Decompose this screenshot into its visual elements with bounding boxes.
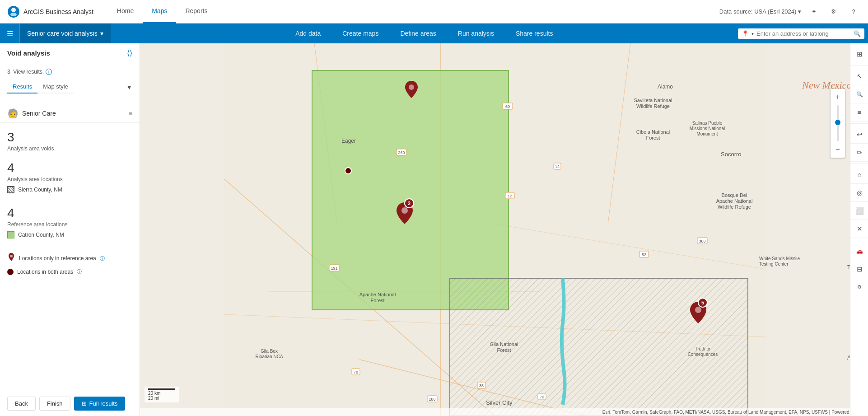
smart-mapping-icon[interactable]: ✦ [807, 5, 821, 19]
svg-text:Savilleta National: Savilleta National [634, 98, 672, 103]
svg-text:Riparian NCA: Riparian NCA [255, 354, 283, 359]
nav-maps[interactable]: Maps [143, 0, 176, 23]
zoom-tool-button[interactable]: 🔍 [850, 85, 868, 103]
svg-text:Missions National: Missions National [690, 126, 725, 131]
address-search-box[interactable]: 📍 ▾ 🔍 [738, 28, 864, 39]
analysis-title-button[interactable]: Senior care void analysis ▾ [20, 23, 111, 43]
panel-title: Void analysis [7, 49, 50, 57]
hamburger-menu-button[interactable]: ☰ [0, 23, 20, 43]
svg-text:Forest: Forest [370, 298, 384, 303]
panel-step-section: 3. View results. i Results Map style ▼ [0, 63, 140, 104]
reference-info-icon[interactable]: ⓘ [100, 255, 105, 262]
analysis-locations-number: 4 [7, 161, 132, 175]
full-results-icon: ⊞ [82, 400, 87, 407]
location-button[interactable]: ◎ [850, 184, 868, 202]
svg-text:Wildlife Refuge: Wildlife Refuge [718, 204, 751, 210]
toolbar-add-data[interactable]: Add data [285, 23, 331, 43]
svg-point-68 [401, 207, 408, 214]
help-icon[interactable]: ? [846, 5, 861, 19]
full-results-button[interactable]: ⊞ Full results [74, 397, 126, 411]
finish-button[interactable]: Finish [39, 397, 70, 411]
svg-text:380: 380 [699, 239, 705, 243]
data-source-label[interactable]: Data source: USA (Esri 2024) ▾ [719, 8, 801, 15]
reference-locations-label: Reference area locations [7, 221, 132, 228]
cursor-tool-button[interactable]: ↖ [850, 67, 868, 85]
settings-icon[interactable]: ⚙ [826, 5, 841, 19]
svg-text:Cibola National: Cibola National [636, 129, 670, 135]
svg-text:5: 5 [701, 300, 704, 305]
svg-text:60: 60 [505, 104, 510, 109]
panel-footer: Back Finish ⊞ Full results [0, 391, 140, 416]
nav-reports[interactable]: Reports [176, 0, 216, 23]
toolbar-run-analysis[interactable]: Run analysis [447, 23, 505, 43]
top-nav: ArcGIS Business Analyst Home Maps Report… [0, 0, 868, 23]
svg-text:Forest: Forest [497, 347, 511, 353]
divider-3 [850, 164, 868, 164]
category-menu-icon[interactable]: ≡ [129, 110, 132, 117]
analysis-area-hatch-icon [7, 186, 14, 193]
svg-text:2: 2 [408, 201, 411, 206]
grid-view-button[interactable]: ⊞ [850, 45, 868, 63]
map-area[interactable]: Savilleta National Wildlife Refuge Cibol… [140, 43, 868, 416]
svg-point-2 [10, 13, 17, 16]
panel-header: Void analysis ⟨⟩ [0, 43, 140, 63]
routing-button[interactable]: 🚗 [850, 242, 868, 260]
svg-rect-13 [312, 70, 509, 310]
hamburger-icon: ☰ [7, 29, 13, 38]
close-widget-button[interactable]: ✕ [850, 220, 868, 238]
zoom-out-button[interactable]: − [831, 143, 845, 156]
svg-text:Silver City: Silver City [486, 399, 513, 406]
toolbar-define-areas[interactable]: Define areas [389, 23, 447, 43]
result-tabs: Results Map style [7, 80, 74, 93]
analysis-area-name: Sierra County, NM [18, 187, 62, 193]
address-search-input[interactable] [756, 30, 851, 37]
home-extent-button[interactable]: ⌂ [850, 166, 868, 184]
svg-point-3 [10, 255, 13, 257]
filter-icon[interactable]: ▼ [126, 84, 132, 91]
zoom-slider[interactable] [837, 105, 839, 141]
map-settings-button[interactable]: ⚙ [850, 278, 868, 296]
tab-map-style[interactable]: Map style [37, 80, 74, 93]
svg-text:70: 70 [540, 395, 544, 399]
svg-text:White Sands Missile: White Sands Missile [759, 256, 800, 261]
svg-text:Eager: Eager [341, 138, 356, 144]
search-icon[interactable]: 🔍 [854, 30, 861, 37]
reference-area-name: Catron County, NM [18, 232, 64, 238]
attribute-table-button[interactable]: ⊟ [850, 260, 868, 278]
step-text: 3. View results. [7, 69, 44, 75]
tab-results[interactable]: Results [7, 80, 37, 93]
both-areas-info-icon[interactable]: ⓘ [77, 268, 82, 275]
main-content: Void analysis ⟨⟩ 3. View results. i Resu… [0, 43, 868, 416]
toolbar-share-results[interactable]: Share results [505, 23, 564, 43]
scale-label-km: 20 km [148, 391, 175, 396]
category-icon: 🧓 [7, 108, 19, 119]
zoom-controls: + − [830, 89, 845, 162]
reference-area-row: Catron County, NM [0, 229, 140, 244]
fullscreen-button[interactable]: ⬜ [850, 202, 868, 220]
svg-text:Apache National: Apache National [716, 198, 753, 204]
undo-button[interactable]: ↩ [850, 126, 868, 144]
map-svg: Savilleta National Wildlife Refuge Cibol… [140, 43, 850, 416]
svg-text:12: 12 [555, 164, 560, 169]
divider-4 [850, 240, 868, 240]
nav-home[interactable]: Home [108, 0, 143, 23]
draw-tool-button[interactable]: ✏ [850, 144, 868, 162]
right-edge-panel: ⊞ ↖ 🔍 ≡ ↩ ✏ ⌂ ◎ ⬜ ✕ 🚗 ⊟ ⚙ [850, 43, 868, 416]
panel-collapse-button[interactable]: ⟨⟩ [127, 49, 132, 57]
legend-both-label: Locations in both areas [17, 269, 73, 275]
svg-text:52: 52 [642, 252, 646, 257]
top-nav-links: Home Maps Reports [108, 0, 719, 23]
layers-button[interactable]: ≡ [850, 103, 868, 122]
svg-text:180: 180 [429, 397, 435, 402]
svg-text:Forest: Forest [646, 135, 660, 140]
step-info-icon[interactable]: i [46, 69, 52, 75]
back-button[interactable]: Back [7, 397, 36, 411]
svg-text:35: 35 [479, 383, 484, 388]
zoom-slider-container: + − [830, 89, 845, 158]
svg-text:Apache National: Apache National [359, 292, 396, 297]
title-dropdown-icon: ▾ [100, 30, 103, 37]
svg-text:Testing Center: Testing Center [759, 262, 789, 266]
svg-point-1 [11, 8, 16, 12]
zoom-in-button[interactable]: + [831, 91, 845, 103]
toolbar-create-maps[interactable]: Create maps [331, 23, 389, 43]
